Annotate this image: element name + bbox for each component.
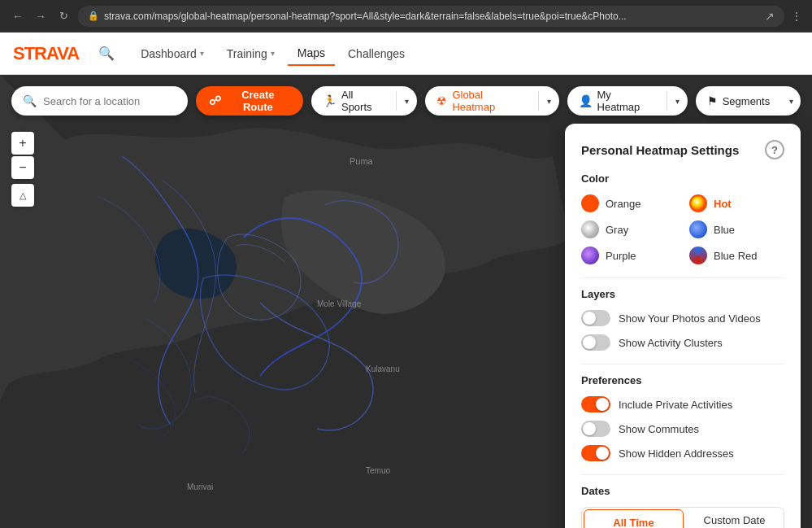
layer-clusters-row: Show Activity Clusters [581, 334, 784, 351]
nav-challenges[interactable]: Challenges [338, 42, 415, 65]
forward-button[interactable]: → [33, 8, 49, 24]
url-text: strava.com/maps/global-heatmap/personal-… [104, 11, 760, 22]
all-sports-button[interactable]: 🏃 All Sports [311, 86, 396, 116]
open-external-icon[interactable]: ↗ [765, 10, 775, 23]
preferences-section-label: Preferences [581, 374, 784, 386]
blue-red-swatch [689, 247, 707, 264]
global-heatmap-button[interactable]: ☢ Global Heatmap [425, 86, 537, 116]
divider-prefs-dates [581, 474, 784, 475]
private-label: Include Private Activities [619, 399, 732, 411]
color-option-blue-red[interactable]: Blue Red [689, 247, 784, 264]
map-area: Puma Mole Village Kulavanu Murivai Temuo… [0, 75, 812, 528]
search-box[interactable]: 🔍 [11, 86, 188, 116]
strava-logo: STRAVA [13, 43, 79, 64]
layer-photos-row: Show Your Photos and Videos [581, 310, 784, 326]
my-heatmap-chevron[interactable]: ▾ [667, 86, 688, 116]
north-button[interactable]: △ [11, 184, 34, 207]
date-tabs: All Time Custom Date Range [581, 507, 784, 528]
color-grid: Orange Hot Gray Blue Purple [581, 194, 784, 264]
nav-training[interactable]: Training ▾ [217, 42, 284, 65]
all-sports-dropdown: 🏃 All Sports ▾ [311, 86, 417, 116]
color-option-gray[interactable]: Gray [581, 220, 676, 238]
photos-toggle[interactable] [581, 310, 610, 326]
date-tab-custom[interactable]: Custom Date Range [685, 508, 784, 528]
hidden-toggle[interactable] [581, 445, 610, 461]
zoom-out-button[interactable]: − [11, 156, 34, 179]
url-bar[interactable]: 🔒 strava.com/maps/global-heatmap/persona… [78, 6, 784, 27]
color-option-orange[interactable]: Orange [581, 194, 676, 212]
orange-label: Orange [606, 198, 640, 210]
gray-label: Gray [606, 224, 628, 236]
hot-label: Hot [714, 198, 732, 210]
back-button[interactable]: ← [10, 8, 26, 24]
nav-maps[interactable]: Maps [288, 41, 335, 66]
my-heatmap-button[interactable]: 👤 My Heatmap [567, 86, 667, 116]
date-tab-all-time[interactable]: All Time [584, 509, 684, 528]
panel-header: Personal Heatmap Settings ? [581, 140, 784, 159]
header-search-icon[interactable]: 🔍 [98, 46, 115, 61]
dates-section-label: Dates [581, 485, 784, 497]
create-route-button[interactable]: ☍ Create Route [196, 86, 303, 116]
search-icon: 🔍 [23, 94, 37, 107]
browser-icons: ⋮ [791, 10, 802, 23]
heatmap-icon: ☢ [436, 94, 447, 107]
color-option-hot[interactable]: Hot [689, 194, 784, 212]
purple-swatch [581, 247, 599, 264]
layers-section-label: Layers [581, 288, 784, 300]
pref-commutes-row: Show Commutes [581, 421, 784, 437]
my-heatmap-dropdown: 👤 My Heatmap ▾ [567, 86, 688, 116]
sports-icon: 🏃 [323, 94, 337, 107]
divider-layers-prefs [581, 364, 784, 364]
settings-panel: Personal Heatmap Settings ? Color Orange… [565, 124, 801, 528]
nav-dashboard[interactable]: Dashboard ▾ [131, 42, 214, 65]
dashboard-chevron: ▾ [200, 49, 204, 58]
color-section-label: Color [581, 172, 784, 185]
map-toolbar: 🔍 ☍ Create Route 🏃 All Sports ▾ ☢ Global… [0, 86, 812, 116]
clusters-toggle[interactable] [581, 334, 610, 351]
segments-dropdown: ⚑ Segments ▾ [696, 86, 801, 116]
divider-color-layers [581, 277, 784, 278]
browser-menu-icon[interactable]: ⋮ [791, 10, 802, 23]
svg-text:Puma: Puma [350, 156, 374, 166]
help-button[interactable]: ? [765, 140, 784, 159]
refresh-button[interactable]: ↻ [55, 8, 72, 24]
global-heatmap-chevron[interactable]: ▾ [539, 86, 559, 116]
global-heatmap-dropdown: ☢ Global Heatmap ▾ [425, 86, 558, 116]
svg-text:Mole Village: Mole Village [317, 299, 362, 308]
map-zoom-controls: + − △ [11, 132, 34, 207]
panel-title: Personal Heatmap Settings [581, 143, 739, 157]
blue-swatch [689, 220, 707, 238]
app-header: STRAVA 🔍 Dashboard ▾ Training ▾ Maps Cha… [0, 33, 812, 75]
preferences-section: Preferences Include Private Activities S… [581, 374, 784, 461]
layers-section: Layers Show Your Photos and Videos Show … [581, 288, 784, 351]
browser-chrome: ← → ↻ 🔒 strava.com/maps/global-heatmap/p… [0, 0, 812, 33]
dates-section: Dates All Time Custom Date Range [581, 485, 784, 528]
hidden-label: Show Hidden Addresses [619, 447, 734, 460]
blue-label: Blue [714, 224, 735, 236]
svg-text:Kulavanu: Kulavanu [366, 364, 400, 373]
commutes-label: Show Commutes [619, 423, 699, 435]
clusters-label: Show Activity Clusters [619, 337, 723, 349]
header-nav: Dashboard ▾ Training ▾ Maps Challenges [131, 41, 415, 66]
blue-red-label: Blue Red [714, 250, 757, 262]
person-icon: 👤 [579, 94, 593, 107]
all-sports-chevron[interactable]: ▾ [397, 86, 417, 116]
gray-swatch [581, 220, 599, 238]
purple-label: Purple [606, 250, 636, 262]
private-toggle[interactable] [581, 396, 610, 412]
color-option-blue[interactable]: Blue [689, 220, 784, 238]
segments-button[interactable]: ⚑ Segments [696, 86, 782, 116]
svg-text:Temuo: Temuo [366, 466, 390, 475]
search-input[interactable] [43, 95, 176, 107]
commutes-toggle[interactable] [581, 421, 610, 437]
color-option-purple[interactable]: Purple [581, 247, 676, 264]
orange-swatch [581, 194, 599, 212]
create-route-icon: ☍ [209, 94, 221, 108]
segments-chevron[interactable]: ▾ [781, 86, 801, 116]
svg-text:Murivai: Murivai [187, 482, 213, 491]
north-icon: △ [20, 190, 26, 201]
photos-label: Show Your Photos and Videos [619, 312, 761, 325]
hot-swatch [689, 194, 707, 212]
zoom-in-button[interactable]: + [11, 132, 34, 155]
pref-hidden-row: Show Hidden Addresses [581, 445, 784, 461]
